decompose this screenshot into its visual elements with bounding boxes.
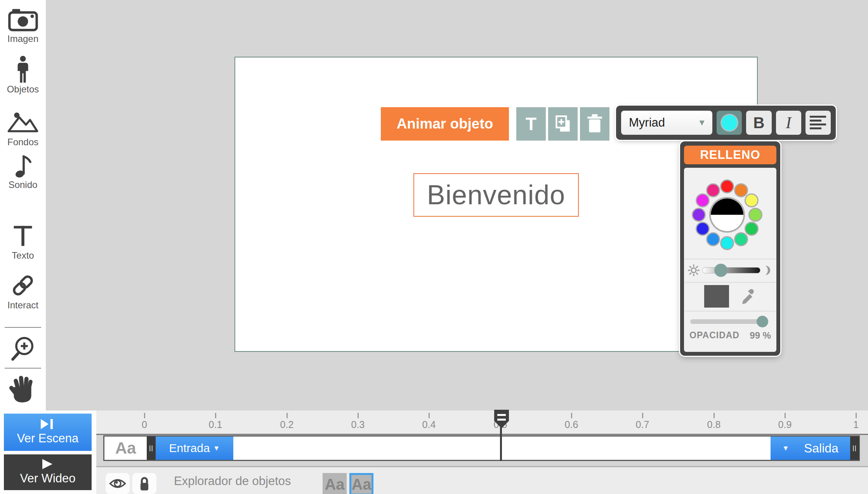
view-video-button[interactable]: Ver Wideo <box>4 454 92 490</box>
brightness-row <box>685 259 776 281</box>
pan-tool[interactable] <box>0 374 46 403</box>
sun-icon <box>688 264 700 276</box>
sidebar-item-label: Sonido <box>0 179 46 190</box>
hand-icon <box>9 374 37 403</box>
opacity-value: 99 % <box>750 330 771 341</box>
timeline-ruler[interactable]: 0 0.1 0.2 0.3 0.4 0.5 0.6 0.7 0.8 0.9 1 <box>96 411 868 435</box>
sidebar-item-label: Objetos <box>0 84 46 95</box>
duplicate-button[interactable] <box>548 107 578 141</box>
color-dot[interactable] <box>750 209 761 221</box>
color-dot[interactable] <box>721 181 733 192</box>
color-dot[interactable] <box>735 184 747 196</box>
ruler-tick: 0.1 <box>203 413 228 430</box>
color-dot[interactable] <box>693 209 705 221</box>
entrada-segment[interactable]: Entrada ▼ <box>156 437 233 460</box>
sidebar-item-label: Fondos <box>0 137 46 148</box>
object-thumbnail-text[interactable]: Aa <box>323 473 347 494</box>
italic-button[interactable]: I <box>776 111 801 135</box>
opacity-label: OPACIDAD <box>689 330 740 341</box>
selected-text-object[interactable]: Bienvenido <box>413 173 579 217</box>
sidebar-item-interact[interactable]: Interact <box>0 273 46 311</box>
text-icon <box>0 223 46 249</box>
play-to-end-icon <box>41 419 55 429</box>
opacity-row: OPACIDAD 99 % <box>685 312 776 351</box>
object-explorer-bar: Explorador de objetos Aa Aa <box>96 466 868 494</box>
mountains-icon <box>0 110 46 135</box>
current-color-row <box>685 283 776 310</box>
color-dot[interactable] <box>707 233 719 245</box>
ruler-tick: 0.2 <box>274 413 299 430</box>
view-scene-label: Ver Escena <box>17 431 79 445</box>
sidebar-item-objetos[interactable]: Objetos <box>0 57 46 95</box>
track-type-label: Aa <box>104 437 147 460</box>
ruler-tick: 1 <box>844 413 868 430</box>
duplicate-icon <box>554 114 572 134</box>
panel-divider <box>685 311 776 311</box>
sidebar-item-sonido[interactable]: Sonido <box>0 152 46 190</box>
animate-object-button[interactable]: Animar objeto <box>381 107 509 141</box>
text-color-button[interactable] <box>717 111 742 135</box>
brightness-slider-thumb[interactable] <box>714 264 727 277</box>
ruler-tick: 0.4 <box>417 413 441 430</box>
ruler-tick: 0.6 <box>559 413 584 430</box>
chevron-down-icon: ▼ <box>782 444 789 452</box>
music-note-icon <box>0 152 46 178</box>
eye-icon <box>109 477 127 491</box>
font-name: Myriad <box>629 116 698 130</box>
salida-label: Salida <box>804 441 838 456</box>
zoom-in-tool[interactable] <box>0 336 46 364</box>
color-dot[interactable] <box>707 184 719 196</box>
object-explorer-title: Explorador de objetos <box>174 467 291 494</box>
view-video-label: Ver Wideo <box>20 471 75 485</box>
current-color-swatch[interactable] <box>704 285 729 308</box>
entrada-label: Entrada <box>169 442 210 455</box>
color-dot[interactable] <box>697 195 708 206</box>
font-family-select[interactable]: Myriad ▼ <box>621 111 712 135</box>
eyedropper-icon[interactable] <box>739 288 756 305</box>
color-dot[interactable] <box>746 195 757 206</box>
entrada-drag-handle[interactable]: || <box>147 437 156 460</box>
sidebar-item-label: Texto <box>0 250 46 261</box>
timeline-track: Aa || Entrada ▼ ▼ Salida || <box>103 435 860 461</box>
brightness-slider[interactable] <box>703 268 760 273</box>
fill-panel: RELLENO <box>680 141 780 356</box>
align-button[interactable] <box>806 111 831 135</box>
sidebar-divider <box>5 327 41 328</box>
bold-button[interactable]: B <box>746 111 771 135</box>
sidebar-item-label: Imagen <box>0 33 46 44</box>
format-toolbar: Myriad ▼ B I <box>616 106 836 140</box>
color-dot[interactable] <box>746 223 757 235</box>
ruler-tick: 0.3 <box>345 413 370 430</box>
chevron-down-icon: ▼ <box>213 444 220 452</box>
sidebar-item-imagen[interactable]: Imagen <box>0 6 46 44</box>
chevron-down-icon: ▼ <box>698 118 706 128</box>
color-dot[interactable] <box>735 233 747 245</box>
play-icon <box>42 459 53 469</box>
opacity-slider[interactable] <box>690 319 766 324</box>
sidebar-item-texto[interactable]: Texto <box>0 223 46 261</box>
opacity-slider-thumb[interactable] <box>757 316 768 327</box>
color-dot[interactable] <box>721 237 733 249</box>
visibility-toggle[interactable] <box>106 473 130 494</box>
link-icon <box>0 273 46 298</box>
salida-drag-handle[interactable]: || <box>850 437 859 460</box>
camera-icon <box>0 6 46 32</box>
trash-icon <box>586 113 604 134</box>
ruler-tick: 0.7 <box>630 413 655 430</box>
edit-text-button[interactable]: T <box>516 107 546 141</box>
ruler-tick: 0 <box>132 413 157 430</box>
delete-button[interactable] <box>580 107 609 141</box>
black-white-selector[interactable] <box>711 198 743 231</box>
lock-icon <box>138 475 151 492</box>
lock-toggle[interactable] <box>132 473 156 494</box>
sidebar-item-label: Interact <box>0 300 46 311</box>
view-scene-button[interactable]: Ver Escena <box>4 414 92 451</box>
color-dot[interactable] <box>697 223 708 235</box>
sidebar-item-fondos[interactable]: Fondos <box>0 110 46 148</box>
object-thumbnail-text-selected[interactable]: Aa <box>349 473 373 494</box>
align-left-icon <box>810 116 826 130</box>
app-window: Imagen Objetos Fondos Sonido Texto <box>0 0 868 494</box>
salida-segment[interactable]: ▼ Salida <box>771 437 850 460</box>
text-color-swatch <box>722 115 737 130</box>
ruler-tick: 0.9 <box>773 413 797 430</box>
